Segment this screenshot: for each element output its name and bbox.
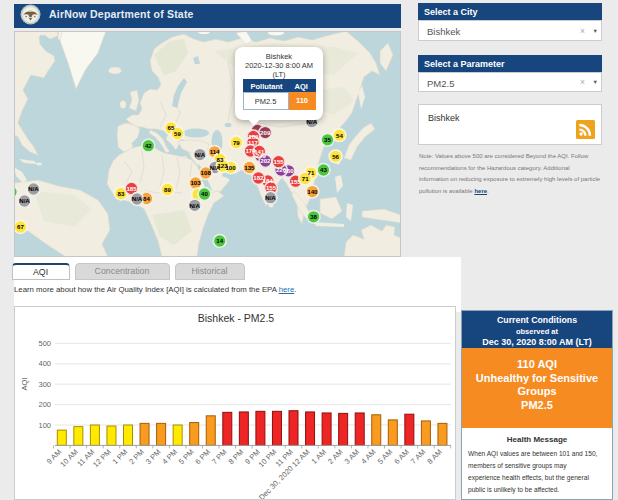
svg-text:10 AM: 10 AM (58, 447, 79, 468)
svg-text:141: 141 (254, 148, 265, 155)
svg-text:300: 300 (38, 380, 51, 389)
svg-text:6 PM: 6 PM (193, 447, 212, 466)
svg-text:1 PM: 1 PM (111, 447, 130, 466)
svg-text:N/A: N/A (265, 194, 276, 201)
svg-text:155: 155 (266, 184, 277, 191)
svg-text:56: 56 (332, 153, 339, 160)
svg-text:N/A: N/A (195, 151, 206, 158)
svg-text:114: 114 (210, 148, 220, 155)
svg-text:5 AM: 5 AM (376, 447, 394, 465)
svg-text:43: 43 (320, 166, 327, 173)
svg-text:155: 155 (274, 158, 285, 165)
svg-text:108: 108 (201, 169, 212, 176)
svg-text:83: 83 (118, 190, 125, 197)
svg-text:100: 100 (38, 421, 51, 430)
svg-text:209: 209 (260, 129, 271, 136)
svg-text:N/A: N/A (19, 197, 30, 204)
svg-text:79: 79 (233, 139, 240, 146)
svg-text:N/A: N/A (189, 202, 200, 209)
svg-text:123: 123 (217, 162, 228, 169)
svg-text:59: 59 (174, 130, 181, 137)
svg-text:N/A: N/A (132, 195, 143, 202)
svg-text:AQI: AQI (20, 378, 29, 391)
svg-text:400: 400 (38, 359, 51, 368)
svg-text:1 AM: 1 AM (310, 447, 328, 465)
svg-text:5 PM: 5 PM (177, 447, 196, 466)
svg-text:3 PM: 3 PM (144, 447, 163, 466)
svg-text:2 PM: 2 PM (127, 447, 146, 466)
svg-text:8 AM: 8 AM (425, 447, 443, 465)
svg-text:10 PM: 10 PM (257, 447, 279, 469)
svg-text:67: 67 (17, 223, 24, 230)
svg-text:184: 184 (263, 177, 274, 184)
svg-text:42: 42 (145, 142, 152, 149)
svg-text:200: 200 (38, 400, 51, 409)
svg-text:135: 135 (244, 164, 255, 171)
svg-text:500: 500 (38, 339, 51, 348)
svg-text:202: 202 (260, 157, 271, 164)
svg-text:14: 14 (216, 237, 223, 244)
svg-text:40: 40 (201, 190, 208, 197)
svg-text:71: 71 (308, 169, 315, 176)
svg-text:103: 103 (190, 179, 201, 186)
svg-text:71: 71 (302, 175, 309, 182)
svg-text:8 PM: 8 PM (227, 447, 246, 466)
svg-text:12 PM: 12 PM (91, 447, 113, 469)
svg-text:84: 84 (143, 195, 150, 202)
svg-text:155: 155 (291, 178, 302, 185)
svg-text:89: 89 (164, 186, 171, 193)
svg-text:2 AM: 2 AM (326, 447, 344, 465)
svg-text:6 AM: 6 AM (392, 447, 410, 465)
svg-text:54: 54 (336, 132, 343, 139)
svg-text:7 PM: 7 PM (210, 447, 229, 466)
svg-text:35: 35 (324, 136, 331, 143)
svg-text:117: 117 (248, 139, 258, 146)
svg-text:185: 185 (126, 185, 137, 192)
svg-text:7 AM: 7 AM (409, 447, 427, 465)
svg-text:4 AM: 4 AM (359, 447, 377, 465)
svg-text:3 AM: 3 AM (343, 447, 361, 465)
svg-text:N/A: N/A (28, 185, 39, 192)
svg-text:4 PM: 4 PM (160, 447, 179, 466)
svg-text:140: 140 (307, 188, 318, 195)
svg-text:182: 182 (253, 174, 264, 181)
svg-text:226: 226 (276, 166, 287, 173)
svg-text:38: 38 (310, 213, 317, 220)
